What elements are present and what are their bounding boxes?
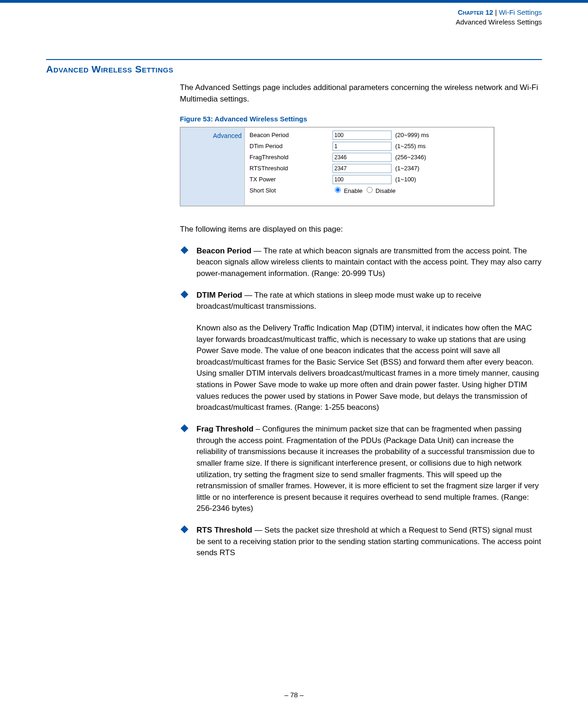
field-label: Short Slot bbox=[249, 186, 333, 195]
bullet-term: RTS Threshold bbox=[196, 526, 252, 534]
bullet-body: – Configures the minimum packet size tha… bbox=[196, 425, 539, 513]
disable-label: Disable bbox=[375, 187, 395, 194]
page: Chapter 12 | Wi-Fi Settings Advanced Wir… bbox=[0, 0, 588, 707]
figure-caption: Figure 53: Advanced Wireless Settings bbox=[180, 114, 542, 124]
field-hint: (256~2346) bbox=[395, 153, 426, 162]
header-section: Wi-Fi Settings bbox=[499, 8, 542, 16]
screenshot-row: TX Power (1~100) bbox=[249, 174, 489, 185]
top-rule bbox=[0, 0, 588, 3]
diamond-bullet-icon bbox=[181, 290, 189, 298]
short-slot-disable[interactable]: Disable bbox=[364, 186, 396, 196]
list-item: RTS Threshold — Sets the packet size thr… bbox=[180, 525, 542, 559]
frag-threshold-input[interactable] bbox=[333, 153, 392, 162]
bullet-extra: Known also as the Delivery Traffic Indic… bbox=[196, 323, 542, 413]
field-label: FragThreshold bbox=[249, 153, 333, 162]
chapter-label: Chapter 12 bbox=[457, 8, 493, 16]
diamond-bullet-icon bbox=[181, 526, 189, 533]
tx-power-input[interactable] bbox=[333, 175, 392, 184]
screenshot-sidebar-label: Advanced bbox=[213, 132, 242, 139]
field-label: RTSThreshold bbox=[249, 164, 333, 173]
list-item: Beacon Period — The rate at which beacon… bbox=[180, 246, 542, 280]
section-rule bbox=[46, 59, 542, 60]
short-slot-disable-radio[interactable] bbox=[367, 187, 373, 193]
rts-threshold-input[interactable] bbox=[333, 164, 392, 173]
header-subsection: Advanced Wireless Settings bbox=[0, 17, 542, 27]
list-item: DTIM Period — The rate at which stations… bbox=[180, 290, 542, 413]
intro-paragraph: The Advanced Settings page includes addi… bbox=[180, 82, 542, 105]
list-item: Frag Threshold – Configures the minimum … bbox=[180, 424, 542, 515]
running-header: Chapter 12 | Wi-Fi Settings Advanced Wir… bbox=[0, 3, 588, 27]
diamond-bullet-icon bbox=[181, 425, 189, 432]
short-slot-enable-radio[interactable] bbox=[335, 187, 341, 193]
screenshot-row: DTim Period (1~255) ms bbox=[249, 141, 489, 151]
field-label: TX Power bbox=[249, 175, 333, 184]
header-separator: | bbox=[493, 8, 499, 16]
field-hint: (20~999) ms bbox=[395, 131, 429, 140]
field-label: DTim Period bbox=[249, 142, 333, 151]
page-number: – 78 – bbox=[0, 691, 588, 699]
figure-screenshot: Advanced Beacon Period (20~999) ms DTim … bbox=[180, 127, 494, 206]
field-hint: (1~2347) bbox=[395, 164, 419, 173]
content-area: Advanced Wireless Settings The Advanced … bbox=[46, 59, 542, 559]
screenshot-sidebar: Advanced bbox=[180, 127, 245, 206]
post-figure-text: The following items are displayed on thi… bbox=[180, 224, 542, 235]
field-hint: (1~255) ms bbox=[395, 142, 426, 151]
section-heading: Advanced Wireless Settings bbox=[46, 64, 542, 75]
dtim-period-input[interactable] bbox=[333, 142, 392, 151]
short-slot-enable[interactable]: Enable bbox=[333, 186, 362, 196]
screenshot-row: Short Slot Enable Disable bbox=[249, 186, 489, 196]
screenshot-row: Beacon Period (20~999) ms bbox=[249, 130, 489, 140]
body-column: The Advanced Settings page includes addi… bbox=[180, 82, 542, 559]
enable-label: Enable bbox=[344, 187, 362, 194]
field-label: Beacon Period bbox=[249, 131, 333, 140]
header-line-1: Chapter 12 | Wi-Fi Settings bbox=[0, 7, 542, 17]
screenshot-row: FragThreshold (256~2346) bbox=[249, 152, 489, 162]
bullet-term: Beacon Period bbox=[196, 246, 251, 255]
diamond-bullet-icon bbox=[181, 246, 189, 254]
bullet-term: Frag Threshold bbox=[196, 425, 254, 433]
screenshot-row: RTSThreshold (1~2347) bbox=[249, 163, 489, 174]
screenshot-main: Beacon Period (20~999) ms DTim Period (1… bbox=[245, 127, 494, 206]
bullet-term: DTIM Period bbox=[196, 291, 242, 300]
field-hint: (1~100) bbox=[395, 175, 416, 184]
bullet-list: Beacon Period — The rate at which beacon… bbox=[180, 246, 542, 559]
beacon-period-input[interactable] bbox=[333, 131, 392, 140]
